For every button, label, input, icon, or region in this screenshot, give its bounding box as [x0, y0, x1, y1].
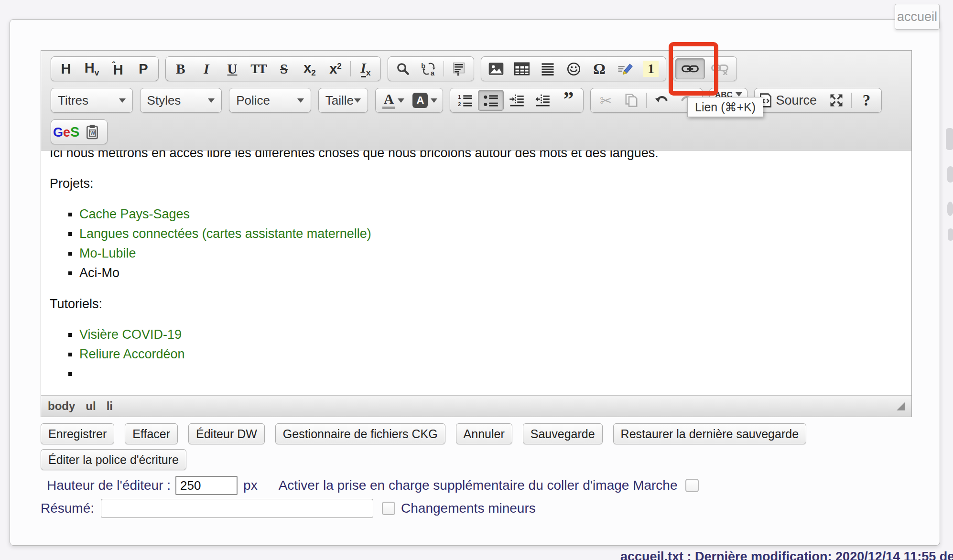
numbered-list-button[interactable]: 12	[452, 90, 478, 111]
footnote-icon: 1	[643, 61, 659, 77]
ges-icon: GeS	[53, 124, 79, 140]
screen: accueil H Hv ˆH P B I U TT S x2 x2	[0, 0, 953, 560]
restore-backup-button[interactable]: Restaurer la dernière sauvegarde	[613, 423, 806, 444]
table-button[interactable]	[509, 58, 535, 79]
projects-list: Cache Pays-Sages Langues connectées (car…	[50, 205, 903, 282]
source-button[interactable]: Source	[757, 90, 823, 111]
page-tools-icon-partial[interactable]	[947, 202, 953, 216]
format-select[interactable]: Titres	[51, 88, 133, 113]
chevron-down-icon	[431, 98, 437, 103]
page-tools-icon-partial[interactable]	[947, 166, 953, 183]
wiki-link[interactable]: Reliure Accordéon	[79, 347, 185, 361]
footnote-button[interactable]: 1	[638, 58, 664, 79]
smiley-icon	[566, 62, 581, 76]
paste-toggle-checkbox[interactable]	[685, 479, 699, 492]
text-color-icon: A	[382, 92, 395, 109]
wiki-link[interactable]: Cache Pays-Sages	[79, 207, 190, 221]
signature-button[interactable]	[612, 58, 638, 79]
paste-word-icon: W	[85, 124, 99, 140]
paste-toggle-label: Activer la prise en charge supplémentair…	[279, 478, 678, 493]
bullet-list-button[interactable]	[478, 90, 504, 111]
horizontal-rule-button[interactable]	[535, 58, 561, 79]
list-item: Aci-Mo	[79, 264, 903, 282]
minor-changes-checkbox[interactable]	[382, 502, 395, 515]
insert-group: Ω 1	[481, 56, 666, 81]
about-button[interactable]: ?	[854, 90, 879, 111]
wiki-link[interactable]: Visière COVID-19	[79, 327, 182, 342]
special-char-button[interactable]: Ω	[586, 58, 612, 79]
superscript-button[interactable]: x2	[323, 58, 348, 79]
page-tab-label: accueil	[897, 10, 937, 24]
italic-button[interactable]: I	[194, 58, 219, 79]
fontsize-select[interactable]: Taille	[318, 88, 368, 113]
strikethrough-button[interactable]: S	[271, 58, 297, 79]
blockquote-button[interactable]: ”	[555, 90, 581, 111]
path-item-body[interactable]: body	[48, 399, 75, 413]
page-tools-icon-partial[interactable]	[946, 128, 953, 150]
table-icon	[514, 62, 530, 75]
resize-handle[interactable]	[897, 402, 905, 410]
editor-content[interactable]: Ici nous mettrons en accès libre les dif…	[41, 151, 911, 395]
intro-paragraph-clipped: Ici nous mettrons en accès libre les dif…	[50, 151, 903, 162]
subscript-button[interactable]: x2	[297, 58, 323, 79]
indent-button[interactable]	[504, 90, 530, 111]
copy-button[interactable]	[618, 90, 644, 111]
text-color-button[interactable]: A	[378, 90, 409, 111]
path-item-li[interactable]: li	[107, 399, 113, 413]
outdent-button[interactable]	[530, 90, 555, 111]
path-item-ul[interactable]: ul	[86, 399, 96, 413]
separator	[444, 61, 444, 76]
tutorials-heading: Tutoriels:	[50, 295, 903, 313]
list-item: Cache Pays-Sages	[79, 205, 903, 224]
select-all-icon	[452, 62, 466, 76]
paragraph-button[interactable]: P	[130, 58, 156, 79]
remove-format-button[interactable]: Ix	[353, 58, 379, 79]
page-info-note: accueil.txt : Dernière modification: 202…	[620, 549, 953, 560]
list-item: Reliure Accordéon	[79, 345, 903, 364]
bg-color-button[interactable]: A	[409, 90, 441, 111]
list-item: Langues connectées (cartes assistante ma…	[79, 225, 903, 243]
find-button[interactable]	[390, 58, 416, 79]
bold-button[interactable]: B	[168, 58, 194, 79]
edit-font-button[interactable]: Éditer la police d'écriture	[41, 449, 186, 470]
svg-text:a: a	[431, 69, 435, 76]
underline-button[interactable]: U	[219, 58, 245, 79]
ges-button[interactable]: GeS	[53, 121, 79, 142]
select-all-button[interactable]	[446, 58, 472, 79]
styles-select[interactable]: Styles	[140, 88, 222, 113]
page-tab: accueil	[895, 4, 940, 30]
separator	[646, 93, 647, 108]
font-select[interactable]: Police	[229, 88, 311, 113]
summary-row: Résumé: Changements mineurs	[41, 499, 536, 518]
paste-from-word-button[interactable]: W	[79, 121, 105, 142]
toolbar-row-3: GeS W	[51, 119, 902, 144]
heading-lower-button[interactable]: Hv	[79, 58, 105, 79]
clear-button[interactable]: Effacer	[125, 423, 178, 444]
omega-icon: Ω	[593, 61, 606, 76]
replace-button[interactable]: b a	[416, 58, 442, 79]
summary-input[interactable]	[101, 499, 373, 518]
monospace-button[interactable]: TT	[245, 58, 271, 79]
smiley-button[interactable]	[561, 58, 586, 79]
backup-button[interactable]: Sauvegarde	[523, 423, 603, 444]
heading-same-button[interactable]: H	[53, 58, 79, 79]
link-tooltip: Lien (⌘+K)	[687, 97, 763, 117]
page-tools-icon-partial[interactable]	[948, 228, 953, 241]
maximize-button[interactable]	[823, 90, 849, 111]
wiki-link[interactable]: Mo-Lubile	[79, 246, 136, 260]
dw-editor-button[interactable]: Éditeur DW	[188, 423, 265, 444]
wiki-link[interactable]: Langues connectées (cartes assistante ma…	[79, 226, 371, 241]
tutorials-list: Visière COVID-19 Reliure Accordéon	[50, 325, 903, 383]
ckg-file-manager-button[interactable]: Gestionnaire de fichiers CKG	[275, 423, 445, 444]
cancel-button[interactable]: Annuler	[456, 423, 512, 444]
editor-height-unit: px	[243, 478, 258, 493]
image-button[interactable]	[483, 58, 509, 79]
heading-higher-button[interactable]: ˆH	[105, 58, 130, 79]
editor-height-row: Hauteur de l'éditeur : px Activer la pri…	[47, 476, 699, 495]
cut-button[interactable]: ✂	[593, 90, 618, 111]
separator	[851, 93, 852, 108]
list-item-empty	[79, 365, 903, 383]
chevron-down-icon	[119, 98, 126, 103]
save-button[interactable]: Enregistrer	[41, 423, 114, 444]
editor-height-input[interactable]	[175, 476, 238, 495]
